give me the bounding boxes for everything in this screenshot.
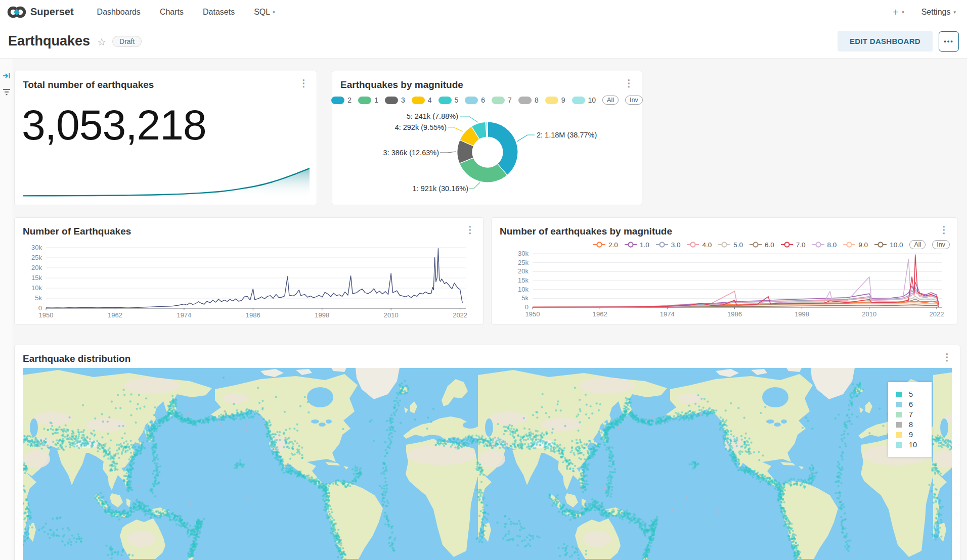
svg-text:1986: 1986 — [727, 310, 742, 318]
legend-swatch — [331, 97, 344, 104]
expand-filter-bar-icon[interactable] — [3, 72, 11, 80]
svg-text:1950: 1950 — [39, 311, 54, 319]
legend-label: 8 — [535, 96, 539, 104]
legend-swatch — [438, 97, 452, 104]
card-number-of-earthquakes: Number of Earthquakes ⋮ 05k10k15k20k25k3… — [14, 217, 484, 324]
svg-text:25k: 25k — [518, 259, 529, 266]
svg-text:1998: 1998 — [795, 310, 809, 318]
legend-swatch — [492, 97, 505, 104]
card-earthquake-distribution: Earthquake distribution ⋮ 5678910 — [14, 345, 960, 560]
legend-label: 6 — [481, 96, 485, 104]
card-earthquakes-by-magnitude-lines: Number of earthquakes by magnitude ⋮ 2.0… — [491, 217, 957, 324]
legend-label: 1 — [374, 96, 378, 104]
draft-status-badge: Draft — [112, 36, 142, 47]
legend-swatch — [896, 392, 902, 397]
svg-text:1998: 1998 — [315, 311, 329, 319]
legend-swatch — [572, 97, 585, 104]
line-chart[interactable]: 05k10k15k20k25k30k1950196219741986199820… — [15, 218, 484, 325]
legend-item-2[interactable]: 2 — [331, 96, 351, 104]
kebab-menu-icon[interactable]: ⋮ — [939, 351, 955, 363]
nav-item-dashboards[interactable]: Dashboards — [97, 8, 141, 17]
legend-item-4[interactable]: 4 — [412, 96, 432, 104]
chevron-down-icon: ▾ — [953, 10, 956, 15]
dashboard-header: Earthquakes ☆ Draft EDIT DASHBOARD ••• — [0, 24, 967, 59]
legend-inv-button[interactable]: Inv — [625, 96, 643, 105]
legend-swatch — [896, 412, 902, 417]
svg-text:1986: 1986 — [246, 311, 260, 319]
legend-item-7[interactable]: 7 — [492, 96, 512, 104]
legend-item-1[interactable]: 1 — [358, 96, 378, 104]
chart-title: Earthquake distribution — [23, 353, 130, 364]
settings-menu[interactable]: Settings▾ — [921, 8, 956, 17]
svg-text:1974: 1974 — [177, 311, 191, 319]
legend-swatch — [385, 97, 398, 104]
map-legend-item-6: 6 — [896, 400, 932, 408]
nav-item-sql[interactable]: SQL▾ — [254, 8, 275, 17]
nav-item-datasets[interactable]: Datasets — [203, 8, 235, 17]
more-options-button[interactable]: ••• — [939, 31, 959, 52]
svg-text:20k: 20k — [518, 267, 529, 275]
svg-text:15k: 15k — [31, 274, 42, 282]
legend-all-button[interactable]: All — [602, 96, 619, 105]
card-earthquakes-by-magnitude: Earthquakes by magnitude ⋮ 21345678910Al… — [332, 71, 642, 205]
svg-text:1962: 1962 — [593, 310, 607, 318]
legend-label: 5 — [909, 390, 913, 398]
page-title: Earthquakes — [8, 33, 90, 49]
svg-text:20k: 20k — [31, 264, 42, 271]
legend-swatch — [518, 97, 532, 104]
svg-text:2010: 2010 — [862, 310, 876, 318]
chevron-down-icon: ▾ — [902, 10, 904, 15]
map-legend-item-10: 10 — [896, 441, 932, 449]
svg-text:15k: 15k — [518, 276, 529, 284]
svg-text:10k: 10k — [31, 284, 42, 292]
dashboard-content: Total number of earthquakes ⋮ 3,053,218 … — [0, 59, 967, 560]
top-navbar: Superset Dashboards Charts Datasets SQL▾… — [0, 0, 967, 24]
legend-item-6[interactable]: 6 — [465, 96, 485, 104]
legend-item-9[interactable]: 9 — [545, 96, 565, 104]
legend-swatch — [412, 97, 425, 104]
legend-label: 6 — [909, 400, 913, 408]
svg-text:1962: 1962 — [108, 311, 122, 319]
header-actions: EDIT DASHBOARD ••• — [838, 31, 959, 52]
legend-label: 7 — [909, 410, 913, 418]
legend-swatch — [896, 432, 902, 438]
nav-item-charts[interactable]: Charts — [160, 8, 184, 17]
chart-title: Earthquakes by magnitude — [340, 79, 463, 90]
svg-text:2022: 2022 — [929, 310, 944, 318]
favorite-star-icon[interactable]: ☆ — [97, 36, 106, 48]
world-map[interactable]: 5678910 — [23, 368, 952, 560]
svg-text:10k: 10k — [518, 286, 529, 293]
legend-item-8[interactable]: 8 — [518, 96, 539, 104]
legend-item-3[interactable]: 3 — [385, 96, 405, 104]
legend-swatch — [896, 442, 902, 448]
legend-label: 10 — [588, 96, 596, 104]
kebab-menu-icon[interactable]: ⋮ — [296, 77, 312, 89]
map-legend-item-9: 9 — [896, 431, 932, 439]
map-legend-item-5: 5 — [896, 390, 932, 398]
legend-label: 8 — [909, 421, 913, 429]
legend-swatch — [545, 97, 558, 104]
svg-text:5k: 5k — [521, 294, 529, 302]
kebab-menu-icon[interactable]: ⋮ — [621, 77, 637, 89]
map-legend-item-8: 8 — [896, 421, 932, 429]
superset-logo[interactable]: Superset — [7, 5, 74, 19]
legend-item-5[interactable]: 5 — [438, 96, 459, 104]
legend-swatch — [896, 422, 902, 428]
svg-text:25k: 25k — [31, 254, 42, 261]
legend-swatch — [465, 97, 478, 104]
svg-text:3: 386k (12.63%): 3: 386k (12.63%) — [383, 149, 439, 157]
legend-label: 4 — [428, 96, 432, 104]
new-item-button[interactable]: +▾ — [893, 6, 904, 18]
svg-text:4: 292k (9.55%): 4: 292k (9.55%) — [395, 123, 447, 131]
svg-text:2010: 2010 — [384, 311, 399, 319]
legend-item-10[interactable]: 10 — [572, 96, 596, 104]
map-legend: 5678910 — [888, 382, 932, 457]
multi-line-chart[interactable]: 05k10k15k20k25k30k1950196219741986199820… — [492, 218, 958, 325]
legend-label: 5 — [455, 96, 459, 104]
donut-chart[interactable]: 2: 1.18M (38.77%)1: 921k (30.16%)3: 386k… — [332, 108, 643, 204]
svg-text:0: 0 — [38, 304, 42, 312]
legend-label: 3 — [401, 96, 405, 104]
legend-label: 9 — [561, 96, 565, 104]
edit-dashboard-button[interactable]: EDIT DASHBOARD — [838, 31, 933, 52]
filter-icon[interactable] — [3, 88, 11, 96]
